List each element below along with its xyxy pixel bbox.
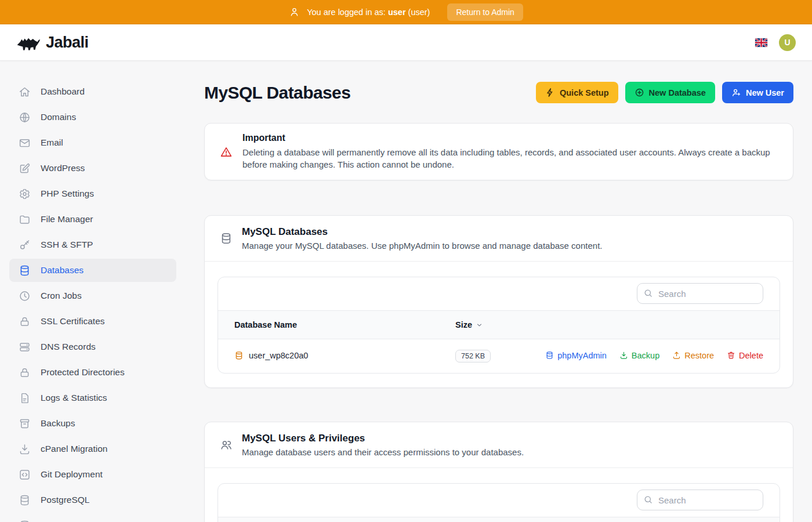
brand-logo[interactable]: Jabali [16,34,89,52]
pencil-square-icon [19,162,31,175]
download-icon [619,351,628,360]
divider [205,467,793,468]
users-table: User Database Privileges [218,517,780,522]
sidebar-item-cron-jobs[interactable]: Cron Jobs [9,284,176,307]
archive-box-icon [19,418,31,430]
page-title: MySQL Databases [204,83,350,103]
users-search-input[interactable] [637,490,763,510]
sidebar-item-backups[interactable]: Backups [9,412,176,435]
key-icon [19,239,31,251]
code-brackets-icon [19,469,31,481]
admin-session-bar: You are logged in as: user (user) Return… [0,0,812,24]
database-row: user_wp8c20a0 752 KB phpMyAdmin [218,339,780,374]
lightning-icon [545,88,555,97]
phpmyadmin-link[interactable]: phpMyAdmin [545,351,607,360]
column-header-size-sort[interactable]: Size [455,320,483,329]
restore-link[interactable]: Restore [672,351,714,360]
sidebar-item-logs-statistics[interactable]: Logs & Statistics [9,386,176,409]
user-avatar[interactable]: U [779,34,796,51]
databases-section-title: MySQL Databases [242,226,602,238]
sidebar-item-databases[interactable]: Databases [9,259,176,282]
app-header: Jabali U [0,24,812,61]
quick-setup-button[interactable]: Quick Setup [536,82,618,103]
database-icon [220,232,233,245]
sidebar-item-wordpress[interactable]: WordPress [9,157,176,180]
users-icon [220,438,233,451]
database-icon [19,494,31,506]
gear-icon [19,188,31,200]
main-content: MySQL Databases Quick Setup New Database… [186,61,812,522]
notice-body: Deleting a database will permanently rem… [242,147,778,171]
sidebar-item-ssl-certificates[interactable]: SSL Certificates [9,310,176,333]
download-icon [19,443,31,455]
sidebar-item-email[interactable]: Email [9,131,176,154]
delete-link[interactable]: Delete [727,351,763,360]
users-section: MySQL Users & Privileges Manage database… [204,422,793,522]
logged-in-text: You are logged in as: user (user) [307,8,430,17]
mail-icon [19,137,31,149]
database-icon [234,351,244,360]
boar-logo-icon [16,34,41,52]
brand-name: Jabali [46,34,89,52]
databases-section: MySQL Databases Manage your MySQL databa… [204,215,793,388]
sidebar-item-domains[interactable]: Domains [9,106,176,129]
databases-search-input[interactable] [637,283,763,304]
plus-circle-icon [635,88,644,97]
clock-icon [19,290,31,302]
notice-title: Important [242,133,778,143]
sidebar-item-dashboard[interactable]: Dashboard [9,80,176,103]
chevron-down-icon [476,321,483,329]
server-icon [19,341,31,353]
divider [205,261,793,262]
database-name-cell: user_wp8c20a0 [234,351,308,360]
lock-icon [19,316,31,328]
databases-section-description: Manage your MySQL databases. Use phpMyAd… [242,241,602,251]
sidebar-item-git-deployment[interactable]: Git Deployment [9,463,176,486]
lock-icon [19,367,31,379]
return-to-admin-button[interactable]: Return to Admin [447,3,523,21]
person-icon [289,6,300,17]
users-section-title: MySQL Users & Privileges [242,433,524,444]
uk-flag-language-icon[interactable] [755,38,767,47]
document-icon [19,392,31,404]
upload-icon [672,351,681,360]
backup-link[interactable]: Backup [619,351,659,360]
trash-icon [727,351,735,360]
sidebar-item-php-settings[interactable]: PHP Settings [9,182,176,205]
column-header-database-privileges: Database Privileges [409,517,780,522]
logged-in-username: user [388,8,406,17]
database-size-badge: 752 KB [455,350,491,362]
column-header-user: User [218,517,409,522]
databases-table: Database Name Size [218,310,780,373]
folder-icon [19,213,31,226]
sidebar-item-ssh-sftp[interactable]: SSH & SFTP [9,233,176,256]
important-notice: Important Deleting a database will perma… [204,123,793,180]
sidebar-item-file-manager[interactable]: File Manager [9,208,176,231]
database-icon [19,264,31,277]
user-plus-icon [731,88,741,97]
column-header-database-name: Database Name [218,311,455,339]
home-icon [19,86,31,98]
sidebar-nav: Dashboard Domains Email WordPress PHP Se… [0,61,186,522]
database-icon [545,351,554,360]
warning-triangle-icon [220,146,233,158]
sidebar-item-cpanel-migration[interactable]: cPanel Migration [9,437,176,461]
database-icon [19,520,31,522]
sidebar-item-partial[interactable] [9,514,176,522]
sidebar-item-protected-directories[interactable]: Protected Directories [9,361,176,384]
sidebar-item-postgresql[interactable]: PostgreSQL [9,488,176,512]
new-database-button[interactable]: New Database [625,82,715,103]
globe-icon [19,111,31,124]
sidebar-item-dns-records[interactable]: DNS Records [9,335,176,358]
new-user-button[interactable]: New User [722,82,793,103]
users-section-description: Manage database users and their access p… [242,447,524,457]
logged-in-role: (user) [408,8,430,17]
